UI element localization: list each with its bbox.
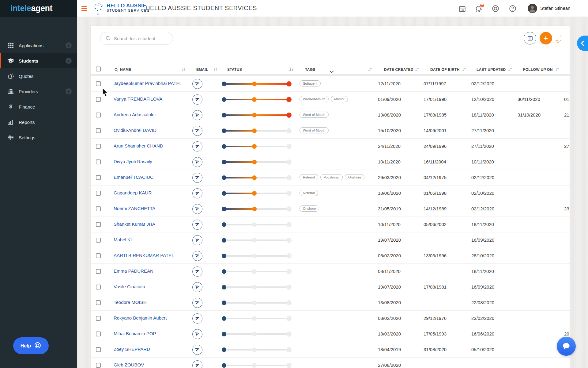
send-email-button[interactable] — [192, 126, 202, 136]
sort-tags-icon[interactable] — [368, 67, 372, 73]
send-email-button[interactable] — [192, 204, 202, 214]
status-slider[interactable] — [222, 128, 292, 133]
send-email-button[interactable] — [192, 282, 202, 292]
student-name[interactable]: Arun Shamsher CHAND — [114, 143, 163, 148]
student-name[interactable]: Shanket Kumar JHA — [114, 221, 155, 227]
send-email-button[interactable] — [192, 110, 202, 120]
calendar-icon[interactable] — [458, 4, 466, 13]
student-name[interactable]: Gleb ZOUBOV — [114, 362, 144, 367]
row-checkbox[interactable] — [96, 253, 101, 258]
sidebar-item-students[interactable]: Students + — [0, 53, 77, 68]
status-slider[interactable] — [222, 269, 292, 274]
row-checkbox[interactable] — [96, 97, 101, 102]
send-email-button[interactable] — [192, 345, 202, 355]
status-slider[interactable] — [222, 144, 292, 149]
status-slider[interactable] — [222, 285, 292, 290]
column-settings-button[interactable] — [524, 32, 536, 44]
student-name[interactable]: Gagandeep KAUR — [114, 190, 152, 195]
student-name[interactable]: Noemi ZANCHETTA — [114, 206, 155, 211]
send-email-button[interactable] — [192, 188, 202, 198]
sidebar-item-settings[interactable]: Settings — [0, 130, 77, 145]
user-name[interactable]: Stefan Stinean — [540, 6, 570, 11]
row-checkbox[interactable] — [96, 238, 101, 243]
status-slider[interactable] — [222, 97, 292, 102]
row-checkbox[interactable] — [96, 269, 101, 274]
status-slider[interactable] — [222, 363, 292, 368]
search-input[interactable] — [100, 32, 173, 45]
sort-follow-up-icon[interactable] — [555, 67, 560, 73]
student-name[interactable]: AARTI BIRENKUMAR PATEL — [114, 253, 174, 258]
sort-date-of-birth-icon[interactable] — [462, 67, 466, 73]
sort-name-icon[interactable] — [181, 67, 186, 73]
user-avatar[interactable] — [528, 4, 537, 13]
row-checkbox[interactable] — [96, 159, 101, 164]
row-checkbox[interactable] — [96, 347, 101, 352]
sidebar-item-applications[interactable]: Applications + — [0, 38, 77, 53]
send-email-button[interactable] — [192, 141, 202, 151]
status-slider[interactable] — [222, 253, 292, 259]
sort-status-icon[interactable] — [289, 67, 294, 73]
row-checkbox[interactable] — [96, 300, 101, 305]
send-email-button[interactable] — [192, 79, 202, 89]
student-name[interactable]: Andreea Adascalului — [114, 112, 156, 117]
select-all-checkbox[interactable] — [96, 67, 101, 71]
chat-widget-button[interactable] — [557, 337, 576, 356]
student-name[interactable]: Mabel KI — [114, 237, 132, 242]
sidebar-item-finance[interactable]: $ Finance — [0, 99, 77, 114]
status-slider[interactable] — [222, 206, 292, 212]
row-checkbox[interactable] — [96, 222, 101, 227]
send-email-button[interactable] — [192, 266, 202, 277]
send-email-button[interactable] — [192, 173, 202, 183]
help-question-icon[interactable] — [508, 4, 517, 13]
row-checkbox[interactable] — [96, 113, 101, 117]
send-email-button[interactable] — [192, 360, 202, 368]
student-name[interactable]: Divya Jyoti Rasaily — [114, 159, 152, 164]
row-checkbox[interactable] — [96, 206, 101, 211]
sort-date-created-icon[interactable] — [415, 67, 419, 73]
status-slider[interactable] — [222, 81, 292, 86]
row-checkbox[interactable] — [96, 285, 101, 289]
add-student-button[interactable]: + — [540, 32, 552, 44]
status-slider[interactable] — [222, 347, 292, 352]
column-search-icon[interactable] — [114, 68, 119, 73]
tags-filter-chevron-icon[interactable] — [330, 69, 334, 74]
status-slider[interactable] — [222, 175, 292, 180]
status-slider[interactable] — [222, 238, 292, 243]
student-name[interactable]: Zoey SHEPPARD — [114, 347, 150, 352]
status-slider[interactable] — [222, 332, 292, 337]
student-name[interactable]: Teodora MOISEI — [114, 300, 148, 305]
row-checkbox[interactable] — [96, 175, 101, 180]
sidebar-item-providers[interactable]: Providers + — [0, 84, 77, 99]
sort-email-icon[interactable] — [213, 67, 218, 73]
row-checkbox[interactable] — [96, 316, 101, 321]
sidebar-item-reports[interactable]: Reports — [0, 114, 77, 130]
send-email-button[interactable] — [192, 313, 202, 324]
student-name[interactable]: Emanuel TCACIUC — [114, 174, 153, 180]
status-slider[interactable] — [222, 113, 292, 118]
student-name[interactable]: Emma PADUREAN — [114, 268, 153, 274]
row-checkbox[interactable] — [96, 81, 101, 86]
send-email-button[interactable] — [192, 251, 202, 261]
app-logo[interactable]: inteleagent — [0, 0, 77, 17]
sort-last-updated-icon[interactable] — [508, 67, 512, 73]
menu-toggle-button[interactable] — [81, 5, 88, 11]
status-slider[interactable] — [222, 191, 292, 196]
status-slider[interactable] — [222, 300, 292, 305]
send-email-button[interactable] — [192, 298, 202, 308]
status-slider[interactable] — [222, 159, 292, 165]
send-email-button[interactable] — [192, 329, 202, 339]
add-icon[interactable]: + — [66, 42, 72, 48]
row-checkbox[interactable] — [96, 332, 101, 336]
notifications-bell-icon[interactable]: 7 — [474, 4, 483, 13]
student-name[interactable]: Vanya TRENDAFILOVA — [114, 96, 162, 102]
student-name[interactable]: Vasile Cioacata — [114, 284, 145, 289]
send-email-button[interactable] — [192, 94, 202, 105]
support-lifebuoy-icon[interactable] — [491, 4, 500, 13]
add-icon[interactable]: + — [66, 88, 72, 94]
student-name[interactable]: Ovidiu-Andrei DAVID — [114, 128, 156, 133]
student-name[interactable]: Jaydeepkumar Pravinbhai PATEL — [114, 81, 182, 86]
row-checkbox[interactable] — [96, 144, 101, 149]
status-slider[interactable] — [222, 222, 292, 227]
student-name[interactable]: Rokyano Benjamin Aubert — [114, 315, 167, 320]
send-email-button[interactable] — [192, 220, 202, 230]
